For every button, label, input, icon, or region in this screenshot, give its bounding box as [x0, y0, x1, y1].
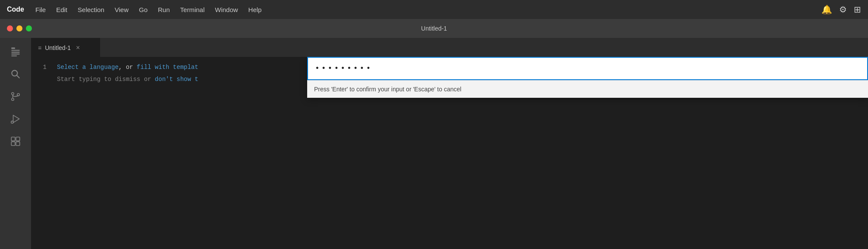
input-dialog-hint: Press 'Enter' to confirm your input or '… — [307, 80, 868, 98]
editor-content[interactable]: 1 Select a language, or fill with templa… — [31, 57, 868, 249]
menu-edit[interactable]: Edit — [52, 4, 72, 15]
input-dialog-overlay: Press 'Enter' to confirm your input or '… — [31, 57, 868, 249]
maximize-button[interactable] — [26, 25, 32, 31]
tabs-bar: ≡ Untitled-1 × — [31, 38, 868, 57]
svg-marker-11 — [13, 115, 19, 122]
svg-rect-16 — [16, 142, 20, 146]
menu-run[interactable]: Run — [154, 4, 174, 15]
password-input[interactable] — [307, 57, 868, 80]
close-button[interactable] — [7, 25, 13, 31]
tab-close-button[interactable]: × — [76, 44, 80, 52]
editor-tab[interactable]: ≡ Untitled-1 × — [31, 38, 100, 57]
menu-file[interactable]: File — [31, 4, 50, 15]
svg-rect-1 — [11, 50, 20, 51]
svg-point-9 — [12, 98, 14, 100]
main-layout: ≡ Untitled-1 × 1 Select a language, or f… — [0, 38, 868, 249]
editor-area: ≡ Untitled-1 × 1 Select a language, or f… — [31, 38, 868, 249]
svg-rect-2 — [11, 52, 20, 53]
window-controls — [7, 25, 32, 31]
app-name: Code — [7, 6, 24, 13]
run-debug-icon[interactable] — [5, 109, 26, 129]
svg-rect-15 — [11, 142, 15, 146]
svg-point-7 — [12, 93, 14, 95]
menu-go[interactable]: Go — [135, 4, 152, 15]
menu-bar: Code File Edit Selection View Go Run Ter… — [0, 0, 868, 19]
window-title: Untitled-1 — [421, 25, 447, 32]
minimize-button[interactable] — [16, 25, 22, 31]
menu-bar-right: 🔔 ⚙ ⊞ — [821, 4, 861, 15]
notification-icon[interactable]: 🔔 — [821, 4, 832, 15]
menu-help[interactable]: Help — [244, 4, 266, 15]
tab-title: Untitled-1 — [45, 44, 71, 51]
account-icon[interactable]: ⚙ — [839, 4, 847, 15]
settings-icon[interactable]: ⊞ — [854, 4, 861, 15]
tab-file-icon: ≡ — [38, 44, 41, 51]
search-icon[interactable] — [5, 64, 26, 84]
menu-window[interactable]: Window — [211, 4, 242, 15]
extensions-icon[interactable] — [5, 131, 26, 152]
svg-rect-4 — [11, 56, 17, 56]
svg-point-8 — [17, 93, 19, 96]
menu-selection[interactable]: Selection — [73, 4, 109, 15]
svg-point-12 — [11, 121, 13, 123]
input-dialog: Press 'Enter' to confirm your input or '… — [307, 57, 868, 98]
menu-view[interactable]: View — [110, 4, 133, 15]
svg-line-6 — [17, 75, 19, 78]
title-bar: Untitled-1 — [0, 19, 868, 38]
explorer-icon[interactable] — [5, 41, 26, 62]
menu-terminal[interactable]: Terminal — [176, 4, 209, 15]
svg-rect-14 — [16, 137, 20, 141]
svg-rect-13 — [11, 137, 15, 141]
svg-rect-3 — [11, 53, 20, 54]
activity-bar — [0, 38, 31, 249]
svg-rect-0 — [11, 47, 15, 49]
source-control-icon[interactable] — [5, 86, 26, 107]
